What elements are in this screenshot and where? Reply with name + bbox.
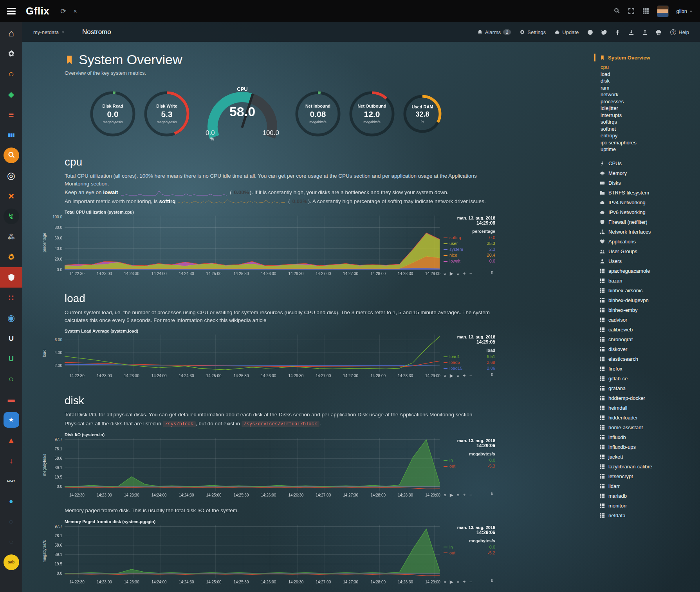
zoom-out-button[interactable]: −: [469, 271, 472, 276]
toc-section-binhex-emby[interactable]: binhex-emby: [600, 305, 697, 315]
app-green-ring[interactable]: ○: [0, 369, 22, 389]
print-icon[interactable]: [656, 29, 662, 35]
legend-entry-system[interactable]: system2.3: [444, 247, 495, 252]
zoom-in-button[interactable]: +: [463, 579, 466, 585]
play-button[interactable]: ▶: [450, 271, 453, 276]
zoom-out-button[interactable]: −: [469, 579, 472, 585]
app-orange-ring[interactable]: ○: [0, 64, 22, 84]
toc-section-gitlab-ce[interactable]: gitlab-ce: [600, 374, 697, 383]
alarms-button[interactable]: Alarms 2: [477, 29, 511, 35]
toc-item-disk[interactable]: disk: [601, 77, 697, 85]
toc-section-cpus[interactable]: CPUs: [600, 158, 697, 168]
chart-canvas-cpu[interactable]: [65, 216, 440, 270]
chart-resize-handle[interactable]: ⇕: [490, 270, 494, 275]
app-stacks[interactable]: ≡: [0, 104, 22, 125]
settings-gear[interactable]: [0, 43, 22, 64]
toc-item-ram[interactable]: ram: [601, 85, 697, 92]
toc-section-home-assistant[interactable]: home-assistant: [600, 423, 697, 432]
app-u-white[interactable]: U: [0, 328, 22, 349]
play-button[interactable]: ▶: [450, 579, 453, 585]
app-sabnzbd[interactable]: sab: [0, 552, 22, 572]
toc-item-uptime[interactable]: uptime: [601, 146, 697, 153]
apps-grid-icon[interactable]: [642, 8, 649, 14]
app-soundbars[interactable]: ▮▮▮: [0, 125, 22, 145]
twitter-icon[interactable]: [601, 29, 607, 35]
legend-entry-iowait[interactable]: iowait0.0: [444, 258, 495, 264]
close-icon[interactable]: ×: [73, 8, 77, 15]
toc-section-monitorr[interactable]: monitorr: [600, 501, 697, 511]
toc-section-network-interfaces[interactable]: Network Interfaces: [600, 227, 697, 237]
toc-item-processes[interactable]: processes: [601, 98, 697, 105]
toc-section-grafana[interactable]: grafana: [600, 383, 697, 393]
app-gitlab-fox[interactable]: ▲: [0, 430, 22, 450]
settings-button[interactable]: Settings: [520, 29, 546, 35]
toc-section-cadvisor[interactable]: cadvisor: [600, 315, 697, 325]
hamburger-menu-icon[interactable]: [7, 8, 16, 14]
toc-item-interrupts[interactable]: interrupts: [601, 112, 697, 119]
zoom-out-button[interactable]: −: [469, 492, 472, 498]
zoom-in-button[interactable]: +: [463, 271, 466, 276]
legend-entry-load1[interactable]: load16.51: [444, 354, 495, 360]
facebook-icon[interactable]: [615, 29, 621, 35]
chart-resize-handle[interactable]: ⇕: [490, 372, 494, 377]
github-icon[interactable]: [587, 29, 593, 35]
toc-section-binhex-airsonic[interactable]: binhex-airsonic: [600, 286, 697, 295]
legend-entry-nice[interactable]: nice20.4: [444, 252, 495, 258]
toc-item-ipc-semaphores[interactable]: ipc semaphores: [601, 139, 697, 146]
app-blue-donut[interactable]: ◉: [0, 308, 22, 328]
legend-entry-out[interactable]: out-5.2: [444, 550, 495, 556]
toc-section-letsencrypt[interactable]: letsencrypt: [600, 471, 697, 481]
app-shield-active[interactable]: [0, 267, 22, 288]
toc-item-cpu[interactable]: cpu: [601, 64, 697, 71]
toc-section-influxdb-ups[interactable]: influxdb-ups: [600, 442, 697, 452]
toc-section-binhex-delugevpn[interactable]: binhex-delugevpn: [600, 295, 697, 305]
home-button[interactable]: ⌂: [0, 23, 22, 43]
pan-right-button[interactable]: »: [457, 373, 460, 378]
upload-icon[interactable]: [642, 29, 648, 35]
play-button[interactable]: ▶: [450, 492, 453, 498]
pan-left-button[interactable]: «: [444, 271, 446, 276]
toc-section-user-groups[interactable]: User Groups: [600, 247, 697, 256]
net-inbound-gauge[interactable]: Net Inbound0.08megabits/s: [295, 91, 341, 137]
toc-system-overview[interactable]: System Overview: [594, 54, 697, 61]
zoom-in-button[interactable]: +: [463, 492, 466, 498]
toc-section-firewall-netfilter-[interactable]: Firewall (netfilter): [600, 217, 697, 227]
legend-entry-user[interactable]: user35.3: [444, 241, 495, 247]
app-water-drop[interactable]: ●: [0, 491, 22, 511]
toc-section-memory[interactable]: Memory: [600, 168, 697, 178]
app-green-bolt[interactable]: ↯: [0, 206, 22, 227]
toc-section-heimdall[interactable]: heimdall: [600, 403, 697, 413]
chart-resize-handle[interactable]: ⇕: [490, 578, 494, 583]
app-red-download[interactable]: ↓: [0, 450, 22, 471]
chart-canvas-load[interactable]: [65, 335, 440, 372]
app-bars-red-green[interactable]: ▬: [0, 389, 22, 410]
toc-item-idlejitter[interactable]: idlejitter: [601, 105, 697, 112]
used-ram-gauge[interactable]: Used RAM32.8%: [403, 94, 442, 133]
app-orange-gear[interactable]: [0, 247, 22, 267]
toc-item-softnet[interactable]: softnet: [601, 126, 697, 133]
pan-right-button[interactable]: »: [457, 492, 460, 498]
legend-entry-load15[interactable]: load152.06: [444, 365, 495, 371]
toc-section-hddtemp-docker[interactable]: hddtemp-docker: [600, 393, 697, 403]
app-white-disc[interactable]: ◎: [0, 166, 22, 186]
user-menu[interactable]: gilbn: [677, 8, 693, 14]
pan-right-button[interactable]: »: [457, 271, 460, 276]
pan-left-button[interactable]: «: [444, 373, 446, 378]
chart-resize-handle[interactable]: ⇕: [490, 491, 494, 497]
search-icon[interactable]: [613, 8, 620, 14]
toc-section-chronograf[interactable]: chronograf: [600, 335, 697, 344]
legend-entry-load5[interactable]: load52.68: [444, 360, 495, 365]
help-button[interactable]: ? Help: [670, 29, 689, 35]
zoom-out-button[interactable]: −: [469, 373, 472, 378]
refresh-icon[interactable]: ⟳: [60, 7, 66, 16]
chart-canvas-pgpgio[interactable]: [65, 525, 440, 578]
toc-item-load[interactable]: load: [601, 71, 697, 78]
toc-section-elasticsearch[interactable]: elasticsearch: [600, 354, 697, 364]
toc-section-users[interactable]: Users: [600, 256, 697, 266]
update-button[interactable]: Update: [554, 29, 579, 35]
play-button[interactable]: ▶: [450, 373, 453, 378]
disk-read-gauge[interactable]: Disk Read0.0megabytes/s: [90, 91, 136, 137]
app-blue-star[interactable]: ★: [0, 410, 22, 430]
toc-section-firefox[interactable]: firefox: [600, 364, 697, 374]
toc-section-lazylibrarian-calibre[interactable]: lazylibrarian-calibre: [600, 462, 697, 471]
